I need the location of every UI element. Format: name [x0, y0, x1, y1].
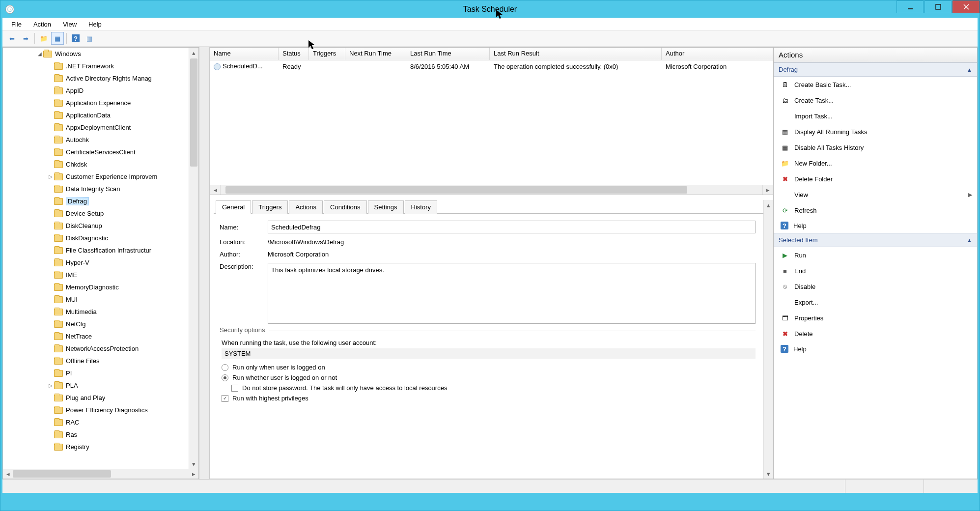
tree-item-rac[interactable]: RAC	[3, 416, 198, 428]
action-display-running[interactable]: ▦Display All Running Tasks	[774, 124, 977, 140]
scroll-thumb[interactable]	[190, 58, 197, 167]
col-last-result[interactable]: Last Run Result	[490, 48, 662, 60]
collapse-icon[interactable]: ▲	[967, 67, 972, 73]
tree-item-device-setup[interactable]: Device Setup	[3, 207, 198, 220]
expander-icon[interactable]: ▷	[47, 383, 54, 388]
tree-item-nettrace[interactable]: NetTrace	[3, 330, 198, 342]
scroll-up-icon[interactable]: ▴	[764, 200, 773, 210]
checkbox-no-password[interactable]	[231, 385, 238, 392]
tree-item--net-framework[interactable]: .NET Framework	[3, 60, 198, 72]
tree-horizontal-scrollbar[interactable]: ◂ ▸	[3, 469, 198, 479]
scroll-down-icon[interactable]: ▾	[189, 459, 198, 469]
help-toolbar-button[interactable]: ?	[69, 32, 82, 45]
tree-item-application-experience[interactable]: Application Experience	[3, 97, 198, 109]
action-help[interactable]: ?Help	[774, 218, 977, 233]
splitter-left[interactable]	[199, 47, 210, 479]
tree-item-applicationdata[interactable]: ApplicationData	[3, 109, 198, 121]
tree-item-appxdeploymentclient[interactable]: AppxDeploymentClient	[3, 121, 198, 134]
col-status[interactable]: Status	[279, 48, 309, 60]
up-button[interactable]: 📁	[37, 32, 50, 45]
checkbox-highest-privileges[interactable]	[222, 395, 228, 402]
forward-button[interactable]: ➡	[19, 32, 32, 45]
action-disable[interactable]: ⦸Disable	[774, 279, 977, 294]
tab-settings[interactable]: Settings	[368, 200, 404, 214]
maximize-button[interactable]	[924, 0, 952, 13]
tree-item-pi[interactable]: PI	[3, 367, 198, 379]
tree-item-file-classification-infrastructur[interactable]: File Classification Infrastructur	[3, 244, 198, 256]
action-delete-folder[interactable]: ✖Delete Folder	[774, 171, 977, 187]
titlebar[interactable]: 🕒 Task Scheduler	[0, 0, 980, 18]
col-name[interactable]: Name	[210, 48, 279, 60]
minimize-button[interactable]	[896, 0, 924, 13]
tree-vertical-scrollbar[interactable]: ▴ ▾	[189, 48, 198, 469]
scroll-up-icon[interactable]: ▴	[189, 48, 198, 57]
tree-item-registry[interactable]: Registry	[3, 441, 198, 453]
col-triggers[interactable]: Triggers	[309, 48, 345, 60]
action-new-folder[interactable]: 📁New Folder...	[774, 155, 977, 171]
tree-item-autochk[interactable]: Autochk	[3, 134, 198, 146]
scroll-left-icon[interactable]: ◂	[210, 185, 221, 195]
action-create-task[interactable]: 🗂Create Task...	[774, 92, 977, 108]
tree-item-plug-and-play[interactable]: Plug and Play	[3, 392, 198, 404]
tree-item-hyper-v[interactable]: Hyper-V	[3, 256, 198, 269]
tree-root-windows[interactable]: ◢Windows	[3, 48, 198, 60]
tab-actions[interactable]: Actions	[289, 200, 323, 214]
menu-file[interactable]: File	[6, 19, 27, 29]
tree-item-power-efficiency-diagnostics[interactable]: Power Efficiency Diagnostics	[3, 404, 198, 416]
menu-action[interactable]: Action	[28, 19, 56, 29]
task-row[interactable]: ScheduledD... Ready 8/6/2016 5:05:40 AM …	[210, 60, 773, 72]
back-button[interactable]: ⬅	[5, 32, 18, 45]
action-refresh[interactable]: ⟳Refresh	[774, 202, 977, 218]
menu-view[interactable]: View	[58, 19, 82, 29]
action-view[interactable]: View▶	[774, 187, 977, 202]
actions-section-defrag[interactable]: Defrag ▲	[774, 62, 977, 77]
tree-item-pla[interactable]: ▷PLA	[3, 379, 198, 392]
scroll-left-icon[interactable]: ◂	[3, 470, 13, 478]
name-field[interactable]	[268, 221, 756, 233]
tab-general[interactable]: General	[216, 200, 251, 214]
tree-item-multimedia[interactable]: Multimedia	[3, 306, 198, 318]
tree-item-netcfg[interactable]: NetCfg	[3, 318, 198, 330]
tree-item-offline-files[interactable]: Offline Files	[3, 355, 198, 367]
tree-item-diskcleanup[interactable]: DiskCleanup	[3, 220, 198, 232]
close-button[interactable]	[952, 0, 980, 13]
tree-item-active-directory-rights-manag[interactable]: Active Directory Rights Manag	[3, 72, 198, 85]
action-import-task[interactable]: Import Task...	[774, 108, 977, 124]
action-delete[interactable]: ✖Delete	[774, 326, 977, 341]
action-properties[interactable]: 🗔Properties	[774, 310, 977, 326]
radio-logged-on[interactable]	[222, 364, 228, 371]
scroll-thumb-h[interactable]	[13, 470, 111, 478]
collapse-icon[interactable]: ▲	[967, 237, 972, 243]
tree-item-customer-experience-improvem[interactable]: ▷Customer Experience Improvem	[3, 170, 198, 183]
action-run[interactable]: ▶Run	[774, 247, 977, 263]
col-next-run[interactable]: Next Run Time	[345, 48, 406, 60]
action-end[interactable]: ■End	[774, 263, 977, 279]
description-field[interactable]	[268, 263, 756, 324]
expander-icon[interactable]: ▷	[47, 174, 54, 179]
properties-button[interactable]: ▦	[51, 32, 64, 45]
actions-section-selected[interactable]: Selected Item ▲	[774, 233, 977, 247]
action-pane-button[interactable]: ▥	[83, 32, 96, 45]
radio-logged-off[interactable]	[222, 374, 228, 381]
col-last-run[interactable]: Last Run Time	[406, 48, 490, 60]
scroll-right-icon[interactable]: ▸	[189, 470, 198, 478]
tree-item-memorydiagnostic[interactable]: MemoryDiagnostic	[3, 281, 198, 293]
action-create-basic-task[interactable]: 🗓Create Basic Task...	[774, 77, 977, 92]
expander-icon[interactable]: ◢	[36, 51, 43, 57]
tab-conditions[interactable]: Conditions	[324, 200, 366, 214]
tree-item-certificateservicesclient[interactable]: CertificateServicesClient	[3, 146, 198, 158]
tab-history[interactable]: History	[405, 200, 437, 214]
tree-item-ras[interactable]: Ras	[3, 428, 198, 441]
menu-help[interactable]: Help	[84, 19, 107, 29]
scroll-thumb-h[interactable]	[225, 186, 687, 194]
action-export[interactable]: Export...	[774, 294, 977, 310]
tree-item-networkaccessprotection[interactable]: NetworkAccessProtection	[3, 342, 198, 355]
tree-item-diskdiagnostic[interactable]: DiskDiagnostic	[3, 232, 198, 244]
tasklist-horizontal-scrollbar[interactable]: ◂ ▸	[210, 185, 773, 195]
tree-item-defrag[interactable]: Defrag	[3, 195, 198, 207]
action-help-2[interactable]: ?Help	[774, 341, 977, 356]
scroll-down-icon[interactable]: ▾	[764, 469, 773, 479]
tree-item-mui[interactable]: MUI	[3, 293, 198, 306]
action-disable-history[interactable]: ▤Disable All Tasks History	[774, 140, 977, 155]
tab-triggers[interactable]: Triggers	[252, 200, 288, 214]
